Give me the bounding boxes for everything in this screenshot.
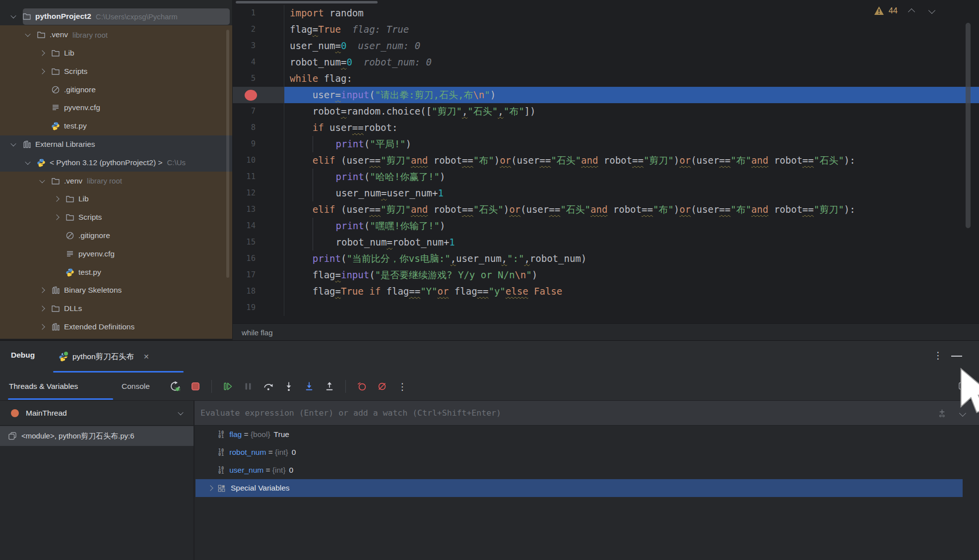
tree-item[interactable]: pyvenv.cfg: [0, 245, 232, 263]
line-number[interactable]: 1: [233, 5, 284, 21]
code-line[interactable]: 2flag=True flag: True: [233, 21, 979, 38]
tree-item[interactable]: Extended Definitions: [0, 318, 232, 336]
code-line[interactable]: 9 print("平局!"): [233, 136, 979, 152]
code-text[interactable]: print("平局!"): [284, 136, 979, 152]
code-text[interactable]: user_num=0 user_num: 0: [284, 38, 979, 54]
line-number[interactable]: 9: [233, 136, 284, 152]
debug-session-tab[interactable]: python剪刀石头布 ✕: [59, 348, 149, 366]
chevron-right-icon[interactable]: [39, 50, 45, 56]
mute-breakpoints-icon[interactable]: [377, 381, 388, 392]
line-number[interactable]: 18: [233, 283, 284, 300]
tree-item[interactable]: .gitignore: [0, 80, 232, 99]
chevron-right-icon[interactable]: [39, 68, 45, 74]
code-text[interactable]: user=input("请出拳:剪刀,石头,布\n"): [284, 87, 979, 103]
code-text[interactable]: [284, 300, 979, 316]
code-line[interactable]: 7 robot=random.choice(["剪刀","石头","布"]): [233, 103, 979, 120]
code-text[interactable]: print("嘿嘿!你输了!"): [284, 218, 979, 234]
line-number[interactable]: 3: [233, 38, 284, 54]
line-number[interactable]: 4: [233, 54, 284, 70]
force-step-into-icon[interactable]: [304, 381, 315, 392]
resume-icon[interactable]: [222, 381, 233, 392]
line-number[interactable]: 17: [233, 267, 284, 283]
variable-row[interactable]: 1001robot_num = {int}0: [195, 443, 979, 461]
minimize-icon[interactable]: [951, 356, 962, 357]
tree-item[interactable]: pythonProject2C:\Users\cxpsg\Pycharm: [0, 7, 232, 26]
thread-selector[interactable]: MainThread: [0, 401, 194, 426]
more-icon[interactable]: ⋮: [397, 381, 408, 392]
chevron-right-icon[interactable]: [39, 324, 45, 329]
step-over-icon[interactable]: [263, 381, 274, 392]
line-number[interactable]: 7: [233, 103, 284, 120]
chevron-down-icon[interactable]: [178, 409, 183, 415]
code-line[interactable]: 5while flag:: [233, 70, 979, 87]
code-text[interactable]: print("当前比分，你vs电脑:",user_num,":",robot_n…: [284, 250, 979, 267]
code-line[interactable]: 4robot_num=0 robot_num: 0: [233, 54, 979, 70]
tree-item[interactable]: External Libraries: [0, 135, 232, 154]
code-line[interactable]: 17 flag=input("是否要继续游戏? Y/y or N/n\n"): [233, 267, 979, 283]
tree-item[interactable]: .gitignore: [0, 227, 232, 245]
code-line[interactable]: 18 flag=True if flag=="Y"or flag=="y"els…: [233, 283, 979, 300]
inspections-widget[interactable]: 44: [874, 6, 934, 15]
variable-row[interactable]: 1001user_num = {int}0: [195, 461, 979, 479]
breadcrumb[interactable]: while flag: [233, 323, 979, 341]
code-line[interactable]: 12 user_num=user_num+1: [233, 185, 979, 201]
tree-item[interactable]: Scripts: [0, 208, 232, 227]
step-out-icon[interactable]: [324, 381, 335, 392]
code-text[interactable]: flag=input("是否要继续游戏? Y/y or N/n\n"): [284, 267, 979, 283]
more-icon[interactable]: ⋮: [933, 350, 943, 361]
line-number[interactable]: 15: [233, 234, 284, 250]
code-text[interactable]: elif (user=="剪刀"and robot=="石头")or(user=…: [284, 201, 979, 218]
chevron-right-icon[interactable]: [207, 485, 213, 491]
chevron-right-icon[interactable]: [39, 288, 45, 293]
tree-item[interactable]: .venvlibrary root: [0, 26, 232, 44]
prev-problem-icon[interactable]: [908, 8, 915, 15]
editor-scrollbar[interactable]: [966, 23, 971, 228]
rerun-icon[interactable]: [170, 381, 181, 392]
code-text[interactable]: elif (user=="剪刀"and robot=="布")or(user==…: [284, 152, 979, 169]
tree-item[interactable]: Lib: [0, 44, 232, 62]
line-number[interactable]: 19: [233, 300, 284, 316]
next-problem-icon[interactable]: [928, 6, 935, 13]
chevron-down-icon[interactable]: [39, 177, 45, 183]
code-text[interactable]: robot=random.choice(["剪刀","石头","布"]): [284, 103, 979, 120]
line-number[interactable]: 13: [233, 201, 284, 218]
tab-threads-variables[interactable]: Threads & Variables: [9, 373, 78, 400]
line-number[interactable]: 2: [233, 21, 284, 38]
special-variables-row[interactable]: Special Variables: [196, 479, 963, 497]
chevron-down-icon[interactable]: [10, 141, 16, 146]
tree-item[interactable]: Scripts: [0, 62, 232, 80]
code-line[interactable]: 13 elif (user=="剪刀"and robot=="石头")or(us…: [233, 201, 979, 218]
tree-item[interactable]: .venvlibrary root: [0, 172, 232, 190]
stack-frame-item[interactable]: <module>, python剪刀石头布.py:6: [0, 426, 194, 446]
line-number[interactable]: 10: [233, 152, 284, 169]
code-line[interactable]: 14 print("嘿嘿!你输了!"): [233, 218, 979, 234]
code-line[interactable]: 11 print("哈哈!你赢了!"): [233, 169, 979, 185]
code-lines[interactable]: 1import random2flag=True flag: True3user…: [233, 5, 979, 316]
code-line[interactable]: 1import random: [233, 5, 979, 21]
line-number[interactable]: 14: [233, 218, 284, 234]
code-line[interactable]: 19: [233, 300, 979, 316]
tab-console[interactable]: Console: [122, 373, 150, 400]
code-text[interactable]: user_num=user_num+1: [284, 185, 979, 201]
breadcrumb-item[interactable]: while flag: [242, 328, 273, 337]
chevron-down-icon[interactable]: [10, 13, 16, 18]
code-text[interactable]: robot_num=robot_num+1: [284, 234, 979, 250]
code-text[interactable]: robot_num=0 robot_num: 0: [284, 54, 979, 70]
add-watch-icon[interactable]: [937, 408, 947, 418]
code-line[interactable]: 8 if user==robot:: [233, 120, 979, 136]
tree-item[interactable]: pyvenv.cfg: [0, 99, 232, 117]
step-into-icon[interactable]: [283, 381, 294, 392]
chevron-right-icon[interactable]: [54, 214, 59, 220]
line-number[interactable]: 8: [233, 120, 284, 136]
chevron-right-icon[interactable]: [39, 306, 45, 311]
code-text[interactable]: while flag:: [284, 70, 979, 87]
stop-icon[interactable]: [190, 381, 201, 392]
tree-item[interactable]: test.py: [0, 263, 232, 281]
code-text[interactable]: print("哈哈!你赢了!"): [284, 169, 979, 185]
chevron-down-icon[interactable]: [25, 159, 30, 165]
chevron-right-icon[interactable]: [54, 196, 59, 202]
evaluate-expression-field[interactable]: Evaluate expression (Enter) or add a wat…: [195, 401, 979, 426]
line-number[interactable]: 12: [233, 185, 284, 201]
line-number[interactable]: 6: [233, 87, 284, 103]
tree-item[interactable]: DLLs: [0, 300, 232, 318]
